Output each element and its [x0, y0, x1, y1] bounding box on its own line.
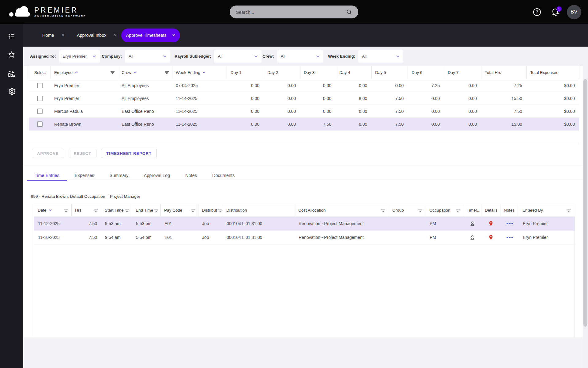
- column-header-timer-[interactable]: Timer...: [463, 204, 481, 217]
- column-header-day-1[interactable]: Day 1: [227, 66, 264, 79]
- ellipsis-icon[interactable]: [507, 237, 513, 238]
- filter-icon[interactable]: [454, 209, 460, 212]
- dropdown[interactable]: All: [358, 50, 403, 63]
- column-header-start-time[interactable]: Start Time: [101, 204, 132, 217]
- filter-icon[interactable]: [164, 71, 169, 74]
- column-header-day-7[interactable]: Day 7: [444, 66, 481, 79]
- filter-icon[interactable]: [565, 209, 571, 212]
- column-header-week-ending[interactable]: Week Ending: [172, 66, 227, 79]
- detail-tab-approval-log[interactable]: Approval Log: [136, 170, 178, 181]
- vertical-scrollbar[interactable]: [583, 47, 588, 368]
- star-icon[interactable]: [7, 50, 16, 59]
- row-checkbox[interactable]: [37, 121, 43, 127]
- column-header-entered-by[interactable]: Entered By: [519, 204, 574, 217]
- search-icon: [346, 9, 352, 15]
- dropdown[interactable]: All: [277, 50, 323, 63]
- column-header-day-3[interactable]: Day 3: [300, 66, 336, 79]
- column-header-total-hrs[interactable]: Total Hrs: [481, 66, 526, 79]
- close-tab-icon[interactable]: ✕: [114, 33, 117, 37]
- scrollbar-thumb[interactable]: [583, 79, 587, 327]
- chevron-down-icon: [92, 55, 96, 58]
- column-header-employee[interactable]: Employee: [51, 66, 118, 79]
- detail-tab-expenses[interactable]: Expenses: [67, 170, 102, 181]
- column-header-day-6[interactable]: Day 6: [408, 66, 444, 79]
- column-header-end-time[interactable]: End Time: [132, 204, 160, 217]
- column-header-hrs[interactable]: Hrs: [71, 204, 101, 217]
- tab-approval-inbox[interactable]: Approval Inbox✕: [77, 29, 117, 42]
- bar-chart-icon[interactable]: [7, 69, 16, 78]
- row-checkbox[interactable]: [37, 109, 43, 114]
- row-checkbox[interactable]: [37, 83, 43, 88]
- filter-icon[interactable]: [153, 209, 158, 212]
- timesheet-report-button[interactable]: TIMESHEET REPORT: [101, 149, 157, 158]
- column-header-group[interactable]: Group: [389, 204, 426, 217]
- user-avatar[interactable]: BV: [567, 0, 581, 24]
- filter-icon[interactable]: [63, 209, 68, 212]
- app-header: PREMIER CONSTRUCTION SOFTWARE Search... …: [0, 0, 588, 24]
- open-tabs-bar: Home✕Approval Inbox✕Approve Timesheets✕: [23, 24, 588, 47]
- filter-company: Company:All: [102, 47, 170, 66]
- dropdown[interactable]: All: [214, 50, 262, 63]
- column-header-day-5[interactable]: Day 5: [371, 66, 408, 79]
- filter-icon[interactable]: [124, 209, 129, 212]
- filter-icon[interactable]: [217, 209, 222, 212]
- column-header-select[interactable]: Select: [29, 66, 51, 79]
- filter-icon[interactable]: [109, 71, 115, 74]
- location-pin-icon[interactable]: [488, 235, 494, 240]
- filter-icon[interactable]: [190, 209, 195, 212]
- filter-icon[interactable]: [417, 209, 422, 212]
- column-header-total-expenses[interactable]: Total Expenses: [526, 66, 579, 79]
- column-header-occupation[interactable]: Occupation: [426, 204, 463, 217]
- logo-subtitle: CONSTRUCTION SOFTWARE: [34, 15, 86, 17]
- close-tab-icon[interactable]: ✕: [62, 33, 65, 37]
- filter-icon[interactable]: [92, 209, 98, 212]
- filter-assigned-to: Assigned To:Eryn Premier: [30, 47, 100, 66]
- tab-approve-timesheets[interactable]: Approve Timesheets✕: [121, 29, 180, 42]
- column-header-notes[interactable]: Notes: [500, 204, 519, 217]
- column-header-cost-allocation[interactable]: Cost Allocation: [295, 204, 389, 217]
- tab-home[interactable]: Home✕: [42, 29, 65, 42]
- table-row[interactable]: Marcus PadulaEast Office Reno11-14-20250…: [29, 105, 579, 118]
- settings-gear-icon[interactable]: [7, 87, 16, 96]
- column-header-distribution[interactable]: Distribution: [223, 204, 295, 217]
- person-icon[interactable]: [469, 221, 475, 227]
- column-header-date[interactable]: Date: [34, 204, 71, 217]
- search-input[interactable]: Search...: [230, 6, 358, 18]
- column-header-crew[interactable]: Crew: [118, 66, 172, 79]
- menu-list-icon[interactable]: [7, 32, 16, 40]
- dropdown[interactable]: All: [125, 50, 170, 63]
- dropdown[interactable]: Eryn Premier: [59, 50, 100, 63]
- timesheets-table: SelectEmployeeCrewWeek EndingDay 1Day 2D…: [29, 66, 579, 144]
- person-icon[interactable]: [469, 235, 475, 240]
- row-checkbox[interactable]: [37, 96, 43, 101]
- help-button[interactable]: ?: [533, 0, 541, 24]
- location-pin-icon[interactable]: [488, 221, 494, 226]
- sort-asc-icon: [134, 71, 137, 74]
- column-header-day-2[interactable]: Day 2: [264, 66, 300, 79]
- notification-badge: 1: [556, 6, 562, 12]
- notifications-button[interactable]: 1: [551, 0, 560, 24]
- filter-icon[interactable]: [380, 209, 385, 212]
- column-header-pay-code[interactable]: Pay Code: [160, 204, 198, 217]
- premier-logo[interactable]: PREMIER CONSTRUCTION SOFTWARE: [9, 5, 86, 19]
- table-row[interactable]: Renata BrownEast Office Reno11-14-20250.…: [29, 118, 579, 131]
- detail-tab-documents[interactable]: Documents: [205, 170, 242, 181]
- column-header-distribut[interactable]: Distribut: [198, 204, 223, 217]
- reject-button[interactable]: REJECT: [69, 149, 96, 158]
- detail-tab-time-entries[interactable]: Time Entries: [27, 170, 67, 181]
- ellipsis-icon[interactable]: [507, 223, 513, 224]
- detail-tab-notes[interactable]: Notes: [178, 170, 205, 181]
- help-icon: ?: [533, 8, 541, 16]
- sort-asc-icon: [202, 71, 206, 74]
- table-row[interactable]: Eryn PremierAll Employees11-14-20250.000…: [29, 92, 579, 105]
- left-sidebar: [0, 24, 23, 368]
- close-tab-icon[interactable]: ✕: [172, 33, 175, 37]
- table-row[interactable]: 11-12-20257.509:53 am5:53 pmE01Job000104…: [34, 217, 575, 231]
- table-row[interactable]: 11-10-20257.509:54 am5:54 pmE01Job000104…: [34, 231, 575, 244]
- approve-button[interactable]: APPROVE: [32, 149, 64, 158]
- column-header-details[interactable]: Details: [481, 204, 500, 217]
- column-header-day-4[interactable]: Day 4: [336, 66, 371, 79]
- detail-tab-summary[interactable]: Summary: [102, 170, 136, 181]
- sort-asc-icon: [75, 71, 78, 74]
- table-row[interactable]: Eryn PremierAll Employees07-04-20250.000…: [29, 79, 579, 92]
